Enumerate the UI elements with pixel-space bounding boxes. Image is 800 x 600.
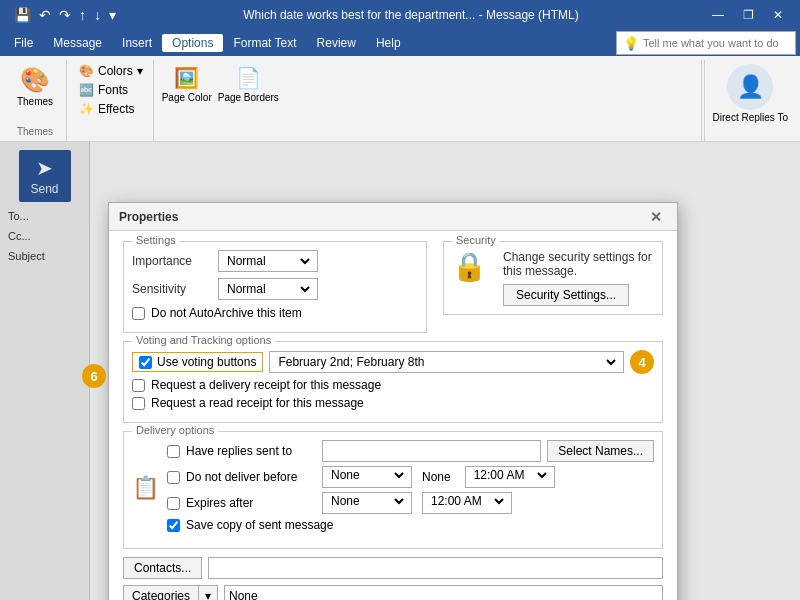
settings-section: Settings Importance Normal Low High: [123, 241, 427, 333]
minimize-button[interactable]: —: [704, 1, 732, 29]
dropdown-icon[interactable]: ▾: [107, 5, 118, 25]
colors-icon: 🎨: [79, 64, 94, 78]
direct-replies-avatar[interactable]: 👤: [727, 64, 773, 110]
save-icon[interactable]: 💾: [12, 5, 33, 25]
security-column: Security 🔒 Change security settings for …: [443, 241, 663, 341]
security-description: Change security settings for this messag…: [503, 250, 654, 278]
use-voting-checkbox[interactable]: [139, 356, 152, 369]
expires-after-checkbox[interactable]: [167, 497, 180, 510]
expires-after-row: Expires after None 12:00 AM: [167, 492, 654, 514]
tell-me-search[interactable]: 💡: [616, 31, 796, 55]
importance-label: Importance: [132, 254, 212, 268]
replies-input[interactable]: [322, 440, 541, 462]
effects-icon: ✨: [79, 102, 94, 116]
dialog-close-button[interactable]: ✕: [645, 206, 667, 228]
use-voting-row: Use voting buttons February 2nd; Februar…: [132, 350, 654, 374]
menu-help[interactable]: Help: [366, 34, 411, 52]
settings-title: Settings: [132, 234, 180, 246]
effects-button[interactable]: ✨ Effects: [75, 100, 147, 118]
window-title: Which date works best for the department…: [118, 8, 704, 22]
sensitivity-select-input[interactable]: Normal Personal Private Confidential: [223, 281, 313, 297]
expires-date-select[interactable]: None: [322, 492, 412, 514]
menu-insert[interactable]: Insert: [112, 34, 162, 52]
importance-select[interactable]: Normal Low High: [218, 250, 318, 272]
menu-message[interactable]: Message: [43, 34, 112, 52]
contacts-input[interactable]: [208, 557, 663, 579]
expires-after-label: Expires after: [186, 496, 316, 510]
save-copy-row: Save copy of sent message: [167, 518, 654, 532]
expires-time-select[interactable]: 12:00 AM: [422, 492, 512, 514]
direct-replies-label: Direct Replies To: [713, 112, 788, 123]
colors-button[interactable]: 🎨 Colors ▾: [75, 62, 147, 80]
expires-time-input[interactable]: 12:00 AM: [427, 493, 507, 509]
deliver-date-input[interactable]: None: [327, 467, 407, 483]
read-receipt-label: Request a read receipt for this message: [151, 396, 364, 410]
categories-input[interactable]: [224, 585, 663, 600]
delivery-receipt-checkbox[interactable]: [132, 379, 145, 392]
ribbon-group-direct-replies: 👤 Direct Replies To: [704, 60, 796, 141]
ribbon-group-colors: 🎨 Colors ▾ 🔤 Fonts ✨ Effects: [69, 60, 154, 141]
settings-column: Settings Importance Normal Low High: [123, 241, 427, 341]
menu-review[interactable]: Review: [307, 34, 366, 52]
save-copy-checkbox[interactable]: [167, 519, 180, 532]
delivery-icon-area: 📋 Have replies sent to Select Names...: [132, 440, 654, 536]
sensitivity-label: Sensitivity: [132, 282, 212, 296]
security-content: 🔒 Change security settings for this mess…: [452, 250, 654, 306]
deliver-time-input[interactable]: 12:00 AM: [470, 467, 550, 483]
expires-date-input[interactable]: None: [327, 493, 407, 509]
colors-dropdown-icon: ▾: [137, 64, 143, 78]
themes-button[interactable]: 🎨 Themes: [10, 62, 60, 111]
page-border-button[interactable]: 📄 Page Borders: [218, 66, 279, 103]
deliver-time-select[interactable]: 12:00 AM: [465, 466, 555, 488]
have-replies-label: Have replies sent to: [186, 444, 316, 458]
delivery-section: Delivery options 📋 Have replies sent to …: [123, 431, 663, 549]
step-4-badge: 4: [630, 350, 654, 374]
voting-value-select[interactable]: February 2nd; February 8th: [274, 354, 619, 370]
security-section-title: Security: [452, 234, 500, 246]
no-autoarchive-checkbox[interactable]: [132, 307, 145, 320]
no-autoarchive-label: Do not AutoArchive this item: [151, 306, 302, 320]
up-icon[interactable]: ↑: [77, 5, 88, 25]
lightbulb-icon: 💡: [623, 36, 639, 51]
down-icon[interactable]: ↓: [92, 5, 103, 25]
delivery-title: Delivery options: [132, 424, 218, 436]
window-close-button[interactable]: ✕: [764, 1, 792, 29]
read-receipt-checkbox[interactable]: [132, 397, 145, 410]
menu-file[interactable]: File: [4, 34, 43, 52]
security-section: Security 🔒 Change security settings for …: [443, 241, 663, 315]
dialog-body: Settings Importance Normal Low High: [109, 231, 677, 600]
menu-format-text[interactable]: Format Text: [223, 34, 306, 52]
contacts-button[interactable]: Contacts...: [123, 557, 202, 579]
do-not-deliver-label: Do not deliver before: [186, 470, 316, 484]
restore-button[interactable]: ❐: [734, 1, 762, 29]
menu-options[interactable]: Options: [162, 34, 223, 52]
do-not-deliver-checkbox[interactable]: [167, 471, 180, 484]
contacts-row: Contacts...: [123, 557, 663, 579]
ribbon: 🎨 Themes Themes 🎨 Colors ▾ 🔤 Fonts ✨ Ef: [0, 56, 800, 142]
have-replies-checkbox[interactable]: [167, 445, 180, 458]
use-voting-text: Use voting buttons: [157, 355, 256, 369]
undo-icon[interactable]: ↶: [37, 5, 53, 25]
ribbon-group-page-setup: 🖼️ Page Color 📄 Page Borders: [156, 60, 702, 141]
page-border-icon: 📄: [236, 66, 261, 90]
categories-main-button[interactable]: Categories: [123, 585, 198, 600]
categories-row: Categories ▾: [123, 585, 663, 600]
voting-dropdown[interactable]: February 2nd; February 8th: [269, 351, 624, 373]
deliver-date-select[interactable]: None: [322, 466, 412, 488]
sensitivity-row: Sensitivity Normal Personal Private Conf…: [132, 278, 418, 300]
security-text-area: Change security settings for this messag…: [503, 250, 654, 306]
redo-icon[interactable]: ↷: [57, 5, 73, 25]
delivery-fields: Have replies sent to Select Names... Do …: [167, 440, 654, 536]
fonts-icon: 🔤: [79, 83, 94, 97]
categories-dropdown-button[interactable]: ▾: [198, 585, 218, 600]
importance-select-input[interactable]: Normal Low High: [223, 253, 313, 269]
read-receipt-row: Request a read receipt for this message: [132, 396, 654, 410]
security-settings-button[interactable]: Security Settings...: [503, 284, 629, 306]
tell-me-input[interactable]: [643, 37, 789, 49]
select-names-button[interactable]: Select Names...: [547, 440, 654, 462]
menu-bar: File Message Insert Options Format Text …: [0, 30, 800, 56]
sensitivity-select[interactable]: Normal Personal Private Confidential: [218, 278, 318, 300]
dialog-title: Properties: [119, 210, 178, 224]
page-color-button[interactable]: 🖼️ Page Color: [162, 66, 212, 103]
fonts-button[interactable]: 🔤 Fonts: [75, 81, 147, 99]
